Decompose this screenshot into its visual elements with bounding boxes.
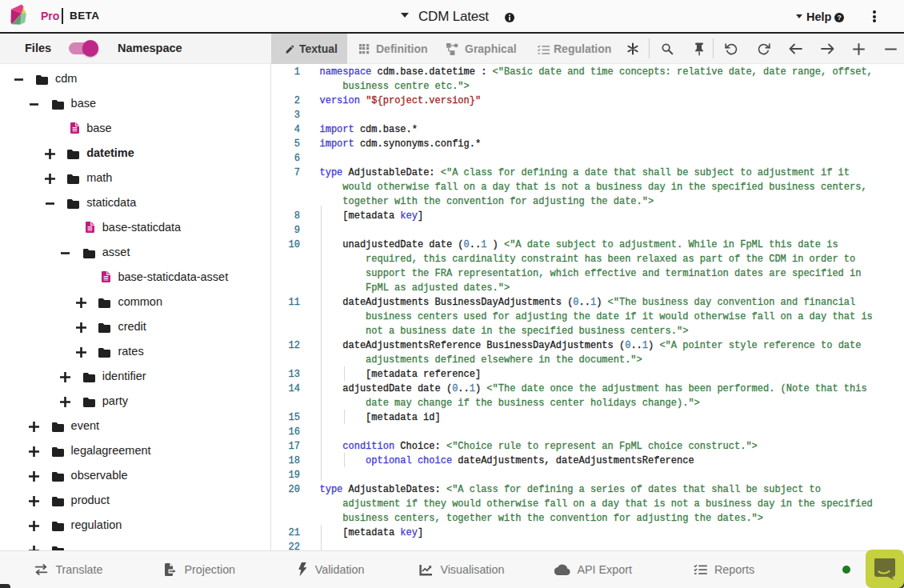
svg-text:?: ? xyxy=(837,14,841,22)
